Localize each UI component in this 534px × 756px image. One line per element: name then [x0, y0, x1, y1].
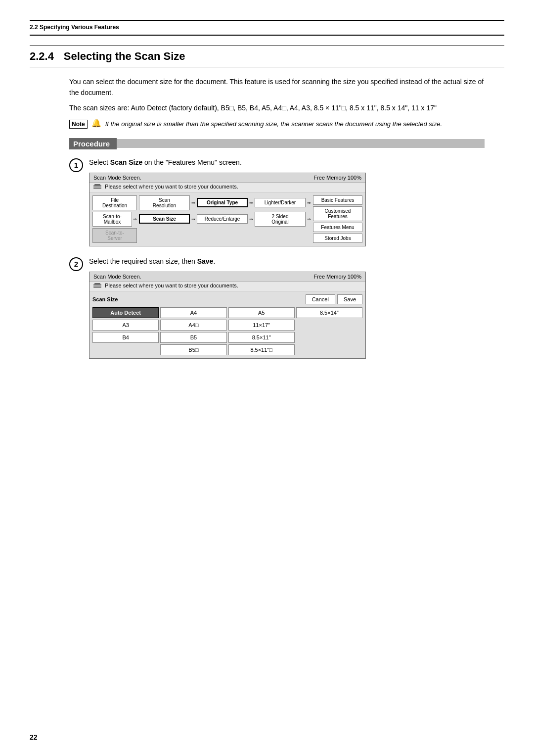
- svg-rect-4: [94, 283, 100, 284]
- b5-btn[interactable]: B5: [160, 332, 226, 343]
- scan-size-actions: Cancel Save: [306, 294, 362, 304]
- original-type-btn[interactable]: Original Type: [197, 198, 248, 207]
- arrow-2: ⇒: [191, 200, 195, 205]
- scan-resolution-btn[interactable]: ScanResolution: [139, 195, 190, 210]
- section-title-bar: 2.2.4 Selecting the Scan Size: [30, 46, 504, 67]
- screen1-header: Scan Mode Screen. Free Memory 100%: [89, 173, 365, 183]
- svg-rect-1: [94, 184, 100, 186]
- file-destination-btn[interactable]: FileDestination: [92, 195, 137, 210]
- procedure-title-bar: [117, 139, 485, 148]
- scanner-icon-2: [93, 283, 101, 289]
- arrow-7: ⇒: [307, 217, 311, 222]
- empty-4: [296, 344, 362, 355]
- step-2-content: Select the required scan size, then Save…: [89, 256, 485, 359]
- step-2-text: Select the required scan size, then Save…: [89, 256, 485, 267]
- b5-rotated-btn[interactable]: B5□: [160, 344, 226, 355]
- step-2-row: 2 Select the required scan size, then Sa…: [69, 256, 485, 359]
- arrow-3: ⇒: [249, 200, 253, 205]
- screen1-body: FileDestination Scan-to-Mailbox ⇒ Scan-t…: [89, 192, 365, 246]
- note-icon: 🔔: [91, 118, 101, 128]
- arrow-6: ⇒: [249, 217, 253, 222]
- step-1-number: 1: [69, 158, 83, 172]
- body-para2: The scan sizes are: Auto Detect (factory…: [69, 102, 485, 113]
- cancel-button[interactable]: Cancel: [306, 294, 335, 304]
- empty-3: [92, 344, 159, 355]
- lighter-darker-btn[interactable]: Lighter/Darker: [255, 198, 306, 207]
- step-1-row: 1 Select Scan Size on the "Features Menu…: [69, 157, 485, 246]
- scan-size-title-row: Scan Size Cancel Save: [92, 294, 362, 304]
- section-label: 2.2 Specifying Various Features: [30, 24, 504, 31]
- empty-1: [296, 320, 362, 331]
- scan-size-grid: Auto Detect A4 A5 8.5×14″ A3 A4□ 11×17″ …: [92, 307, 362, 355]
- section-title: Selecting the Scan Size: [64, 50, 185, 62]
- scanner-icon: [93, 184, 101, 190]
- save-button[interactable]: Save: [337, 294, 362, 304]
- page-number: 22: [30, 733, 38, 741]
- a4-btn[interactable]: A4: [160, 307, 226, 318]
- scan-to-server-btn[interactable]: Scan-to-Server: [92, 228, 137, 243]
- 8-5x11-btn[interactable]: 8.5×11″: [228, 332, 295, 343]
- note-label: Note: [69, 120, 88, 129]
- a4-rotated-btn[interactable]: A4□: [160, 320, 226, 331]
- reduce-enlarge-btn[interactable]: Reduce/Enlarge: [197, 214, 248, 224]
- body-para1: You can select the document size for the…: [69, 76, 485, 98]
- 8-5x11-rotated-btn[interactable]: 8.5×11″□: [228, 344, 295, 355]
- basic-features-btn[interactable]: Basic Features: [313, 195, 362, 205]
- features-menu-btn[interactable]: Features Menu: [313, 223, 362, 232]
- note-box: Note 🔔 If the original size is smaller t…: [69, 119, 485, 129]
- screen1-subheader-text: Please select where you want to store yo…: [105, 184, 238, 189]
- scan-size-btn[interactable]: Scan Size: [139, 214, 190, 224]
- screen2: Scan Mode Screen. Free Memory 100% Pleas…: [89, 272, 366, 359]
- a5-btn[interactable]: A5: [228, 307, 295, 318]
- 8-5x14-btn[interactable]: 8.5×14″: [296, 307, 362, 318]
- scan-to-mailbox-btn[interactable]: Scan-to-Mailbox: [92, 212, 132, 227]
- screen1-right-col: Basic Features CustomisedFeatures Featur…: [313, 195, 362, 243]
- scan-size-label: Scan Size: [92, 296, 118, 302]
- procedure-header: Procedure: [69, 138, 485, 149]
- screen1-subheader: Please select where you want to store yo…: [89, 183, 365, 192]
- screen1-left-col: FileDestination Scan-to-Mailbox ⇒ Scan-t…: [92, 195, 137, 243]
- top-rule: [30, 20, 504, 21]
- procedure-title: Procedure: [69, 138, 117, 149]
- bottom-rule: [30, 35, 504, 36]
- screen2-subheader-text: Please select where you want to store yo…: [105, 283, 238, 288]
- a3-btn[interactable]: A3: [92, 320, 159, 331]
- screen1-header-left: Scan Mode Screen.: [93, 175, 141, 181]
- screen1: Scan Mode Screen. Free Memory 100% Pleas…: [89, 173, 366, 246]
- step-1-text: Select Scan Size on the "Features Menu" …: [89, 157, 485, 168]
- empty-2: [296, 332, 362, 343]
- screen2-body: Scan Size Cancel Save Auto Detect A4 A5 …: [89, 291, 365, 358]
- arrow-5: ⇒: [191, 217, 195, 222]
- 11x17-btn[interactable]: 11×17″: [228, 320, 295, 331]
- screen2-header: Scan Mode Screen. Free Memory 100%: [89, 272, 365, 282]
- 2-sided-original-btn[interactable]: 2 SidedOriginal: [255, 212, 306, 227]
- b4-btn[interactable]: B4: [92, 332, 159, 343]
- note-text: If the original size is smaller than the…: [105, 119, 442, 129]
- section-number: 2.2.4: [30, 50, 54, 62]
- screen2-header-left: Scan Mode Screen.: [93, 274, 141, 280]
- arrow-4: ⇒: [307, 200, 311, 205]
- screen1-mid-col: ScanResolution ⇒ Original Type ⇒ Lighter…: [139, 195, 311, 243]
- customised-features-btn[interactable]: CustomisedFeatures: [313, 206, 362, 221]
- screen1-header-right: Free Memory 100%: [313, 175, 361, 181]
- step-2-number: 2: [69, 257, 83, 271]
- screen2-subheader: Please select where you want to store yo…: [89, 282, 365, 291]
- auto-detect-btn[interactable]: Auto Detect: [92, 307, 159, 318]
- page-wrapper: 2.2 Specifying Various Features 2.2.4 Se…: [0, 0, 534, 756]
- arrow-1: ⇒: [133, 217, 137, 222]
- screen2-header-right: Free Memory 100%: [313, 274, 361, 280]
- step-1-content: Select Scan Size on the "Features Menu" …: [89, 157, 485, 246]
- stored-jobs-btn[interactable]: Stored Jobs: [313, 234, 362, 243]
